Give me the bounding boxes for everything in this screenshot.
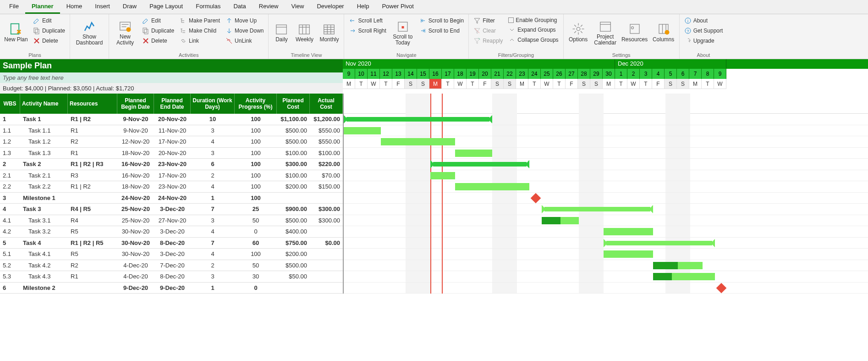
- table-row[interactable]: 4.2Task 3.2R530-Nov-203-Dec-2040$400.00: [0, 226, 343, 238]
- move-up-button[interactable]: Move Up: [224, 16, 265, 25]
- daily-button[interactable]: Daily: [271, 16, 291, 49]
- gantt-row[interactable]: [344, 283, 868, 294]
- task-bar[interactable]: [604, 250, 653, 258]
- about-button[interactable]: iAbout: [682, 16, 725, 25]
- gantt-row[interactable]: [344, 226, 868, 238]
- scroll-today-button[interactable]: Scroll to Today: [390, 16, 416, 49]
- project-calendar-button[interactable]: Project Calendar: [592, 16, 619, 49]
- scroll-left-button[interactable]: Scroll Left: [347, 16, 388, 25]
- scroll-right-button[interactable]: Scroll Right: [347, 26, 388, 35]
- upgrade-button[interactable]: Upgrade: [682, 36, 725, 45]
- tab-formulas[interactable]: Formulas: [189, 0, 227, 14]
- table-row[interactable]: 4Task 3R4 | R525-Nov-203-Dec-20725$900.0…: [0, 204, 343, 215]
- tab-help[interactable]: Help: [351, 0, 376, 14]
- task-bar[interactable]: [653, 262, 703, 269]
- gantt-row[interactable]: [344, 159, 868, 170]
- duplicate-plan-button[interactable]: Duplicate: [31, 26, 67, 35]
- table-row[interactable]: 1Task 1R1 | R29-Nov-2020-Nov-2010100$1,1…: [0, 114, 343, 125]
- gantt-row[interactable]: [344, 193, 868, 204]
- link-button[interactable]: Link: [178, 36, 222, 45]
- scroll-end-button[interactable]: Scroll to End: [418, 26, 466, 35]
- expand-groups-button[interactable]: Expand Groups: [506, 25, 560, 34]
- task-bar[interactable]: [344, 127, 381, 134]
- gantt-row[interactable]: [344, 181, 868, 193]
- table-row[interactable]: 4.1Task 3.1R425-Nov-2027-Nov-20350$500.0…: [0, 215, 343, 227]
- gantt-row[interactable]: [344, 148, 868, 159]
- collapse-groups-button[interactable]: Collapse Groups: [506, 35, 560, 44]
- tab-power-pivot[interactable]: Power Pivot: [375, 0, 420, 14]
- table-row[interactable]: 3Milestone 124-Nov-2024-Nov-201100: [0, 193, 343, 204]
- reapply-filter-button[interactable]: Reapply: [472, 36, 505, 45]
- summary-bar[interactable]: [433, 162, 527, 167]
- gantt-row[interactable]: [344, 170, 868, 182]
- show-dashboard-button[interactable]: Show Dashboard: [73, 16, 106, 49]
- table-row[interactable]: 5.3Task 4.3R14-Dec-208-Dec-20330$50.00: [0, 271, 343, 283]
- summary-bar[interactable]: [544, 207, 650, 211]
- monthly-button[interactable]: Monthly: [317, 16, 341, 49]
- new-plan-button[interactable]: New Plan: [3, 16, 29, 49]
- move-down-button[interactable]: Move Down: [224, 26, 265, 35]
- gantt-row[interactable]: [344, 204, 868, 215]
- scroll-begin-button[interactable]: Scroll to Begin: [418, 16, 466, 25]
- tab-planner[interactable]: Planner: [25, 0, 60, 14]
- enable-grouping-checkbox[interactable]: Enable Grouping: [506, 16, 560, 24]
- filter-button[interactable]: Filter: [472, 16, 505, 25]
- options-button[interactable]: Options: [566, 16, 590, 49]
- gantt-row[interactable]: [344, 249, 868, 260]
- columns-button[interactable]: Columns: [651, 16, 676, 49]
- gantt-row[interactable]: [344, 125, 868, 137]
- table-row[interactable]: 5.2Task 4.2R24-Dec-207-Dec-20250$500.00: [0, 260, 343, 272]
- free-text-input[interactable]: Type any free text here: [0, 72, 343, 83]
- task-bar[interactable]: [455, 183, 529, 190]
- task-bar[interactable]: [604, 228, 653, 235]
- make-parent-button[interactable]: Make Parent: [178, 16, 222, 25]
- new-activity-button[interactable]: New Activity: [112, 16, 138, 49]
- tab-data[interactable]: Data: [227, 0, 252, 14]
- duplicate-activity-button[interactable]: Duplicate: [140, 26, 176, 35]
- task-bar[interactable]: [430, 172, 455, 179]
- unlink-button[interactable]: UnLink: [224, 36, 265, 45]
- milestone-marker[interactable]: [716, 283, 727, 293]
- gantt-row[interactable]: [344, 271, 868, 283]
- table-row[interactable]: 1.3Task 1.3R118-Nov-2020-Nov-203100$100.…: [0, 148, 343, 159]
- table-row[interactable]: 5Task 4R1 | R2 | R530-Nov-208-Dec-20760$…: [0, 238, 343, 249]
- tab-file[interactable]: File: [3, 0, 25, 14]
- gantt-row[interactable]: [344, 260, 868, 272]
- gantt-chart[interactable]: [344, 94, 868, 294]
- gantt-row[interactable]: [344, 114, 868, 125]
- edit-activity-button[interactable]: Edit: [140, 16, 176, 25]
- task-bar[interactable]: [653, 273, 715, 280]
- milestone-marker[interactable]: [531, 193, 541, 203]
- tab-insert[interactable]: Insert: [88, 0, 116, 14]
- edit-plan-button[interactable]: Edit: [31, 16, 67, 25]
- table-row[interactable]: 5.1Task 4.1R530-Nov-203-Dec-204100$200.0…: [0, 249, 343, 260]
- task-bar[interactable]: [455, 150, 492, 157]
- get-support-button[interactable]: ?Get Support: [682, 26, 725, 35]
- tab-developer[interactable]: Developer: [310, 0, 350, 14]
- tab-view[interactable]: View: [285, 0, 310, 14]
- gantt-row[interactable]: [344, 215, 868, 227]
- table-row[interactable]: 2.1Task 2.1R316-Nov-2017-Nov-202100$100.…: [0, 170, 343, 182]
- table-row[interactable]: 1.2Task 1.2R212-Nov-2017-Nov-204100$500.…: [0, 136, 343, 148]
- progress-fill: [653, 273, 672, 280]
- gantt-row[interactable]: [344, 238, 868, 249]
- table-row[interactable]: 1.1Task 1.1R19-Nov-2011-Nov-203100$500.0…: [0, 125, 343, 137]
- make-child-button[interactable]: Make Child: [178, 26, 222, 35]
- weekly-button[interactable]: Weekly: [293, 16, 315, 49]
- gantt-row[interactable]: [344, 136, 868, 148]
- summary-bar[interactable]: [346, 117, 489, 122]
- task-bar[interactable]: [381, 138, 455, 145]
- summary-bar[interactable]: [606, 241, 712, 245]
- tab-review[interactable]: Review: [253, 0, 285, 14]
- delete-activity-button[interactable]: Delete: [140, 36, 176, 45]
- clear-filter-button[interactable]: Clear: [472, 26, 505, 35]
- delete-plan-button[interactable]: Delete: [31, 36, 67, 45]
- task-bar[interactable]: [542, 217, 579, 224]
- table-row[interactable]: 2Task 2R1 | R2 | R316-Nov-2023-Nov-20610…: [0, 159, 343, 170]
- tab-draw[interactable]: Draw: [116, 0, 143, 14]
- tab-page-layout[interactable]: Page Layout: [143, 0, 189, 14]
- table-row[interactable]: 6Milestone 29-Dec-209-Dec-2010: [0, 283, 343, 294]
- tab-home[interactable]: Home: [60, 0, 89, 14]
- table-row[interactable]: 2.2Task 2.2R1 | R218-Nov-2023-Nov-204100…: [0, 181, 343, 193]
- resources-button[interactable]: Resources: [621, 16, 649, 49]
